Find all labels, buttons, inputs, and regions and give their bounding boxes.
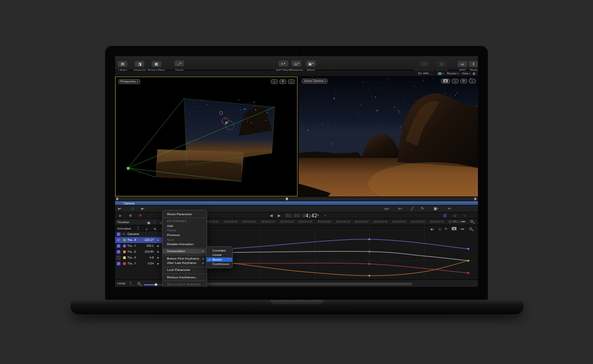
parameter-row[interactable]: ✓Tra...Z-153.84◆	[115, 249, 166, 255]
menu-item-reduce-keyframes[interactable]: Reduce Keyframes...	[163, 275, 207, 280]
parameter-value[interactable]: 4.8	[149, 255, 154, 261]
checkbox-icon[interactable]: ✓	[117, 250, 120, 254]
ring-icon[interactable]: ○	[154, 221, 156, 224]
bezier-tool-button[interactable]: ∿▾	[398, 207, 402, 211]
horizontal-scrollbar[interactable]	[203, 283, 412, 285]
dolly-view-button[interactable]: ↓	[288, 79, 295, 84]
zoom-keyframes-button[interactable]	[469, 227, 472, 230]
submenu-item-continuous[interactable]: Continuous	[207, 262, 232, 267]
snapshot-camera-button[interactable]	[452, 227, 457, 230]
checkbox-icon[interactable]: ✓	[117, 244, 120, 248]
animated-filter-select[interactable]: Animated	[117, 227, 131, 230]
time-ruler[interactable]: |00:00:00:15|00:00:00:30|00:00:00:45|00:…	[166, 219, 478, 225]
parameter-value[interactable]: -123.17	[143, 237, 154, 243]
timeline-zoom-slider[interactable]	[144, 284, 163, 285]
project-pane-button[interactable]: ▦ Project Pane	[148, 58, 165, 72]
orbit-view-button[interactable]: ⟳	[279, 79, 286, 84]
clock-icon[interactable]: ◔	[324, 214, 326, 217]
keyframe-point[interactable]	[467, 260, 469, 261]
crosshair-icon[interactable]: ⊕	[129, 214, 132, 218]
menu-item-lock-parameter[interactable]: Lock Parameter	[163, 268, 207, 272]
pointer-tool-button[interactable]: ▸▾	[118, 207, 121, 211]
image-mask-tool-button[interactable]: ▣▾	[434, 207, 438, 211]
keyframe-point[interactable]	[368, 251, 370, 252]
keyframe-icon[interactable]: ◆	[157, 237, 159, 243]
pan-view-button[interactable]: ⇔	[271, 79, 278, 84]
show-keyframes-icon[interactable]: ∿	[463, 214, 466, 218]
show-audio-icon[interactable]: ◁	[453, 214, 455, 218]
filter-toggle-icon[interactable]: ●	[454, 219, 456, 223]
transform-3d-tool-button[interactable]: ◇	[131, 207, 134, 211]
submenu-item-bezier[interactable]: ✓Bezier	[207, 257, 232, 262]
camera-layer-bar[interactable]: Camera	[115, 201, 478, 206]
viewport-active-camera[interactable]: Active Camera▾ ⇔ ⟳ ↓	[299, 77, 478, 196]
menu-item-interpolation[interactable]: Interpolation▸	[163, 249, 207, 254]
checkbox-icon[interactable]: ✓	[117, 262, 120, 266]
disclosure-triangle-icon[interactable]: ▼	[123, 231, 125, 237]
keyframe-point[interactable]	[467, 248, 469, 249]
add-object-button[interactable]: +▾ Add Object	[276, 58, 290, 72]
stepper-icon[interactable]: ▴▾	[138, 226, 139, 231]
menu-item-before-first-keyframe[interactable]: Before First Keyframe▸	[163, 256, 207, 261]
parameter-value[interactable]: 159.1	[146, 243, 154, 249]
viewport-perspective[interactable]: Perspective▾ ⇔ ⟳ ↓	[115, 77, 298, 196]
play-button[interactable]: ▶	[278, 214, 280, 218]
keyframe-icon[interactable]: ◆	[157, 249, 159, 255]
track-size-select[interactable]: Large	[117, 282, 125, 285]
parameter-row[interactable]: ✓Tra...X-123.17◆◂▸	[115, 237, 166, 243]
keyframe-icon[interactable]: ◆	[157, 261, 159, 267]
parameter-row[interactable]: ✓Tra...Y159.1◆	[115, 243, 166, 249]
orbit-view-button[interactable]: ⟳	[460, 79, 467, 84]
parameter-row[interactable]: ✓Tra...Y-3.54◆	[115, 261, 166, 267]
view-menu[interactable]: View ▾	[462, 72, 470, 75]
menu-item-after-last-keyframe[interactable]: After Last Keyframe▸	[163, 261, 207, 266]
playhead-marker[interactable]	[286, 198, 288, 200]
fit-curves-icon[interactable]: ▬	[462, 219, 465, 223]
text-tool-button[interactable]: T▾	[421, 207, 424, 210]
dolly-view-button[interactable]: ↓	[469, 79, 476, 84]
menu-item-previous[interactable]: Previous	[163, 233, 207, 238]
show-timeline-icon[interactable]: ▥	[443, 214, 447, 218]
library-button[interactable]: ▤ Library	[118, 58, 127, 72]
inspector-button[interactable]: ◨ Inspector	[134, 58, 146, 72]
stepper-icon[interactable]: ▴▾	[130, 281, 131, 286]
submenu-item-linear[interactable]: Linear	[207, 253, 232, 257]
sphere-tool-button[interactable]: ●▾	[141, 207, 145, 210]
menu-item-disable-animation[interactable]: Disable Animation	[163, 242, 207, 247]
camera-view-menu-left[interactable]: Perspective▾	[118, 79, 140, 84]
pan-view-button[interactable]: ⇔	[452, 79, 459, 84]
rect-tool-button[interactable]: ▭▾	[384, 207, 389, 211]
prev-frame-button[interactable]: ◀	[270, 214, 272, 218]
out-point-marker[interactable]	[474, 198, 476, 200]
timecode-display[interactable]: 00:00:04;42	[285, 213, 317, 218]
share-button[interactable]: ↥ Share	[469, 58, 478, 72]
snap-button[interactable]: ◎	[438, 227, 441, 231]
curve-snapshot-toggle[interactable]: ⧉	[445, 227, 447, 231]
render-menu[interactable]: Render ▾	[447, 72, 459, 75]
import-button[interactable]: ↓▾ Import	[174, 58, 184, 72]
add-keyframe-button[interactable]: ◆▾	[430, 227, 434, 231]
layout-icon[interactable]: ▦	[473, 72, 475, 75]
fit-zoom-control[interactable]: Fit: 44% ⌄	[418, 72, 432, 75]
zoom-out-control[interactable]	[138, 282, 140, 285]
line-tool-button[interactable]: ╱	[411, 207, 413, 211]
checkbox-icon[interactable]: ✓	[117, 232, 120, 236]
menu-item-add[interactable]: Add	[163, 224, 207, 229]
pointer-icon[interactable]: ▸	[146, 227, 148, 231]
in-point-marker[interactable]	[116, 198, 118, 200]
tab-timeline[interactable]: Timeline	[117, 221, 129, 224]
color-channels-button[interactable]: ▾	[438, 72, 444, 75]
parameter-value[interactable]: -3.54	[147, 261, 154, 267]
camera-button[interactable]	[441, 79, 450, 84]
camera-group-row[interactable]: ✓ ▼ Camera	[115, 231, 166, 237]
keyframe-point[interactable]	[368, 238, 370, 240]
keyframe-icon[interactable]: ◆	[157, 255, 159, 261]
keyframe-point[interactable]	[467, 272, 469, 274]
cut-tool-button[interactable]: ✂	[448, 207, 451, 211]
keyframe-point[interactable]	[368, 263, 370, 264]
filters-button[interactable]: ▣▾ Filters	[306, 58, 316, 72]
timeline-scrubber[interactable]	[115, 196, 478, 201]
timecode-menu-icon[interactable]: ▾	[317, 214, 319, 217]
edit-mode-icon[interactable]: ▸	[119, 214, 121, 218]
parameter-row[interactable]: Tra...X4.8◆	[115, 255, 166, 261]
